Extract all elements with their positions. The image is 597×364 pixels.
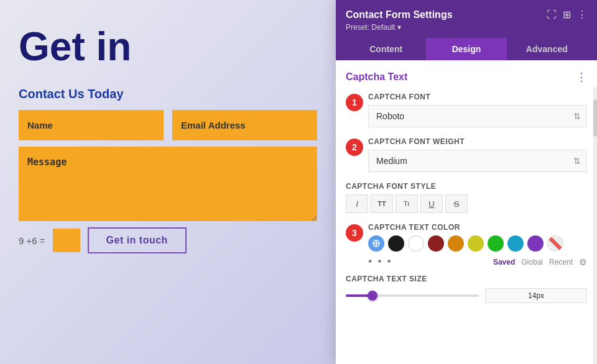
captcha-font-group: 1 Captcha Font Roboto ⇅ <box>368 93 587 127</box>
captcha-weight-select[interactable]: Medium <box>368 150 587 172</box>
more-icon[interactable]: ⋮ <box>577 9 587 20</box>
form-row-names <box>19 110 317 140</box>
captcha-font-weight-label: Captcha Font Weight <box>368 137 587 146</box>
captcha-font-label: Captcha Font <box>368 93 587 101</box>
captcha-weight-field: Captcha Font Weight Medium ⇅ <box>368 137 587 172</box>
captcha-answer-box <box>53 229 80 252</box>
style-btn-underline[interactable]: U <box>420 194 443 213</box>
slider-value-input[interactable]: 14px <box>485 288 587 303</box>
slider-row: 14px <box>346 288 587 303</box>
tab-design[interactable]: Design <box>426 38 506 60</box>
swatch-teal[interactable] <box>507 235 524 252</box>
panel-preset[interactable]: Preset: Default ▾ <box>346 23 587 32</box>
form-section-title: Contact Us Today <box>19 87 317 101</box>
style-btn-capitalize[interactable]: Tr <box>396 194 418 213</box>
style-btn-uppercase[interactable]: TT <box>371 194 393 213</box>
captcha-style-group: Captcha Font Style I TT Tr U S <box>346 182 587 213</box>
swatch-darkred[interactable] <box>428 235 444 252</box>
step-badge-3: 3 <box>346 224 363 242</box>
style-btn-italic[interactable]: I <box>346 194 368 213</box>
panel-header: Contact Form Settings ⛶ ⊞ ⋮ Preset: Defa… <box>336 0 597 60</box>
swatch-green[interactable] <box>488 235 504 252</box>
page-title: Get in <box>19 25 317 68</box>
preview-area: Get in Contact Us Today 9 +6 = Get in to… <box>0 0 336 364</box>
captcha-font-select-wrapper: Roboto ⇅ <box>368 105 587 127</box>
name-input[interactable] <box>19 110 164 140</box>
form-bottom-row: 9 +6 = Get in touch <box>19 227 317 253</box>
swatch-orange[interactable] <box>448 235 464 252</box>
captcha-text-size-label: Captcha Text Size <box>346 275 587 283</box>
captcha-font-style-label: Captcha Font Style <box>346 182 587 191</box>
email-input[interactable] <box>172 110 317 140</box>
swatch-yellow[interactable] <box>468 235 484 252</box>
scrollbar-thumb[interactable] <box>593 99 597 137</box>
global-tab[interactable]: Global <box>521 258 543 266</box>
more-colors-dots[interactable]: • • • <box>368 255 392 268</box>
fullscreen-icon[interactable]: ⛶ <box>547 9 557 20</box>
panel-tabs: Content Design Advanced <box>346 38 587 60</box>
panel-title-row: Contact Form Settings ⛶ ⊞ ⋮ <box>346 9 587 20</box>
panel-header-icons: ⛶ ⊞ ⋮ <box>547 9 587 20</box>
panel-title: Contact Form Settings <box>346 9 453 20</box>
color-swatches-row <box>368 235 587 252</box>
message-textarea[interactable] <box>19 147 317 221</box>
slider-thumb[interactable] <box>368 291 377 301</box>
settings-panel: Contact Form Settings ⛶ ⊞ ⋮ Preset: Defa… <box>336 0 597 364</box>
style-buttons-row: I TT Tr U S <box>346 194 587 213</box>
swatch-purple[interactable] <box>527 235 544 252</box>
saved-tab[interactable]: Saved <box>493 258 515 266</box>
scrollbar-track[interactable] <box>593 87 597 364</box>
swatch-white[interactable] <box>408 235 424 252</box>
captcha-weight-select-wrapper: Medium ⇅ <box>368 150 587 172</box>
captcha-size-group: Captcha Text Size 14px <box>346 275 587 303</box>
section-header: Captcha Text ⋮ <box>346 70 587 84</box>
tab-advanced[interactable]: Advanced <box>507 38 587 60</box>
form-section: Contact Us Today 9 +6 = Get in touch <box>19 87 317 253</box>
tab-content[interactable]: Content <box>346 38 426 60</box>
submit-button[interactable]: Get in touch <box>88 227 187 253</box>
captcha-font-select[interactable]: Roboto <box>368 105 587 127</box>
section-title: Captcha Text <box>346 71 407 83</box>
captcha-color-group: 3 Captcha Text Color <box>368 223 587 268</box>
captcha-font-field: Captcha Font Roboto ⇅ <box>368 93 587 127</box>
style-btn-strikethrough[interactable]: S <box>445 194 468 213</box>
swatch-black[interactable] <box>388 235 404 252</box>
color-settings-icon[interactable]: ⚙ <box>579 257 587 267</box>
color-footer: • • • Saved Global Recent ⚙ <box>368 255 587 268</box>
step-badge-1: 1 <box>346 94 363 111</box>
captcha-text-color-label: Captcha Text Color <box>368 223 587 232</box>
color-picker-button[interactable] <box>368 235 384 252</box>
slider-track[interactable] <box>346 294 479 297</box>
swatch-strikethrough[interactable] <box>547 235 563 252</box>
layout-icon[interactable]: ⊞ <box>563 9 571 20</box>
captcha-color-field: Captcha Text Color <box>368 223 587 268</box>
captcha-label: 9 +6 = <box>19 235 45 246</box>
color-footer-tabs: Saved Global Recent ⚙ <box>493 257 587 267</box>
section-menu-icon[interactable]: ⋮ <box>576 70 587 84</box>
step-badge-2: 2 <box>346 139 363 156</box>
captcha-weight-group: 2 Captcha Font Weight Medium ⇅ <box>368 137 587 172</box>
panel-body: Captcha Text ⋮ 1 Captcha Font Roboto ⇅ 2… <box>336 60 597 364</box>
recent-tab[interactable]: Recent <box>549 258 573 266</box>
